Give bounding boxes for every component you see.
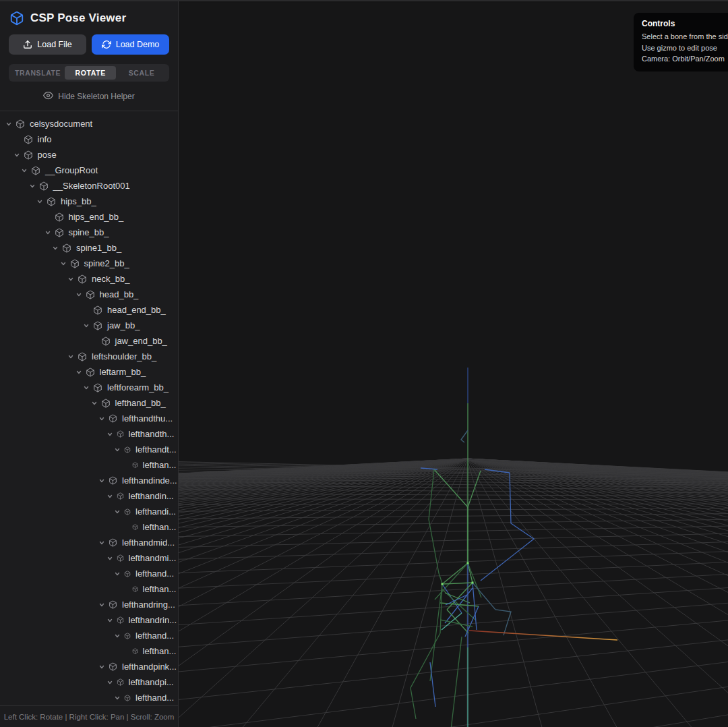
chevron-down-icon[interactable] — [67, 353, 78, 360]
tree-item[interactable]: lefthand... — [0, 628, 178, 643]
chevron-down-icon[interactable] — [107, 679, 117, 686]
chevron-down-icon[interactable] — [98, 415, 109, 422]
tree-item[interactable]: jaw_bb_ — [0, 318, 178, 333]
tree-item-label: lefthandt... — [135, 444, 177, 455]
tree-item[interactable]: neck_bb_ — [0, 271, 178, 287]
tree-item[interactable]: lefthan... — [0, 643, 178, 659]
cube-icon — [117, 616, 124, 624]
tree-item[interactable]: lefthand... — [0, 690, 178, 705]
tree-item-label: lefthand... — [135, 569, 174, 579]
cube-icon — [117, 554, 124, 562]
tree-item[interactable]: __SkeletonRoot001 — [0, 178, 178, 194]
chevron-down-icon[interactable] — [75, 369, 86, 376]
load-file-button[interactable]: Load File — [9, 34, 86, 55]
cube-icon — [55, 228, 64, 237]
tree-item-label: celsysdocument — [30, 119, 92, 129]
chevron-down-icon[interactable] — [98, 664, 109, 670]
tree-item-label: leftshoulder_bb_ — [92, 351, 156, 361]
tree-item[interactable]: lefthan... — [0, 519, 178, 535]
chevron-down-icon[interactable] — [52, 245, 62, 252]
sidebar-header: CSP Pose Viewer — [0, 1, 178, 26]
3d-scene — [179, 3, 728, 727]
tree-item[interactable]: leftforearm_bb_ — [0, 380, 178, 395]
chevron-down-icon[interactable] — [75, 291, 86, 298]
chevron-down-icon[interactable] — [44, 229, 55, 236]
chevron-down-icon[interactable] — [67, 276, 78, 283]
chevron-down-icon[interactable] — [114, 571, 124, 577]
chevron-down-icon[interactable] — [98, 477, 109, 484]
tree-item[interactable]: lefthandrin... — [0, 612, 178, 628]
tree-item[interactable]: lefthandthu... — [0, 411, 178, 426]
cube-icon — [124, 571, 131, 577]
tree-item-label: lefthan... — [143, 460, 177, 470]
tree-item[interactable]: lefthand_bb_ — [0, 395, 178, 411]
chevron-down-icon[interactable] — [107, 555, 117, 562]
tree-item[interactable]: lefthandmi... — [0, 550, 178, 566]
tree-item[interactable]: spine_bb_ — [0, 225, 178, 240]
hide-skeleton-helper-toggle[interactable]: Hide Skeleton Helper — [0, 90, 178, 103]
controls-panel-title: Controls — [642, 19, 728, 28]
viewport-canvas[interactable]: Controls Select a bone from the sidebar … — [179, 3, 728, 727]
controls-hint-select: Select a bone from the sidebar — [642, 31, 728, 42]
chevron-down-icon[interactable] — [13, 152, 24, 158]
tree-item[interactable]: lefthan... — [0, 457, 178, 473]
tree-item-label: hips_bb_ — [61, 196, 96, 206]
tree-item-label: pose — [38, 150, 57, 160]
chevron-down-icon[interactable] — [107, 493, 117, 500]
cube-icon — [93, 306, 102, 315]
tree-item[interactable]: pose — [0, 147, 178, 163]
tree-item-label: lefthandin... — [129, 491, 174, 501]
chevron-down-icon[interactable] — [114, 508, 124, 515]
tree-item[interactable]: lefthan... — [0, 581, 178, 597]
tree-item-label: lefthandinde... — [122, 475, 177, 486]
tree-item[interactable]: celsysdocument — [0, 116, 178, 132]
cube-icon — [70, 259, 80, 268]
tree-item-label: leftforearm_bb_ — [107, 382, 169, 392]
tree-item[interactable]: lefthandinde... — [0, 473, 178, 488]
cube-icon — [62, 243, 71, 253]
chevron-down-icon[interactable] — [36, 198, 47, 205]
chevron-down-icon[interactable] — [114, 446, 124, 453]
tree-item[interactable]: spine2_bb_ — [0, 256, 178, 271]
tree-item[interactable]: head_bb_ — [0, 287, 178, 302]
tree-item[interactable]: lefthandring... — [0, 597, 178, 612]
tree-item[interactable]: lefthandpi... — [0, 674, 178, 690]
tree-item[interactable]: hips_end_bb_ — [0, 209, 178, 225]
tree-item[interactable]: spine1_bb_ — [0, 240, 178, 256]
controls-panel: Controls Select a bone from the sidebar … — [634, 13, 728, 71]
chevron-down-icon[interactable] — [29, 183, 39, 190]
chevron-down-icon[interactable] — [5, 121, 16, 127]
mode-rotate-button[interactable]: ROTATE — [65, 66, 116, 80]
tree-item[interactable]: lefthandpink... — [0, 659, 178, 674]
tree-item[interactable]: __GroupRoot — [0, 163, 178, 178]
tree-item-label: lefthandth... — [129, 429, 175, 439]
chevron-down-icon[interactable] — [83, 384, 93, 391]
chevron-down-icon[interactable] — [60, 260, 70, 267]
tree-item[interactable]: leftarm_bb_ — [0, 364, 178, 380]
chevron-down-icon[interactable] — [98, 540, 109, 546]
cube-icon — [39, 181, 49, 191]
chevron-down-icon[interactable] — [114, 695, 124, 701]
chevron-down-icon[interactable] — [114, 633, 124, 639]
tree-item[interactable]: head_end_bb_ — [0, 302, 178, 318]
tree-item[interactable]: lefthandi... — [0, 504, 178, 519]
chevron-down-icon[interactable] — [98, 602, 109, 608]
tree-item[interactable]: jaw_end_bb_ — [0, 333, 178, 349]
tree-item[interactable]: lefthandin... — [0, 488, 178, 504]
chevron-down-icon[interactable] — [83, 322, 93, 329]
chevron-down-icon[interactable] — [21, 167, 31, 174]
tree-item[interactable]: info — [0, 132, 178, 147]
mode-scale-button[interactable]: SCALE — [116, 66, 167, 80]
tree-item[interactable]: lefthandth... — [0, 426, 178, 442]
chevron-down-icon[interactable] — [91, 400, 101, 407]
tree-item[interactable]: lefthandmid... — [0, 535, 178, 550]
load-demo-button[interactable]: Load Demo — [92, 34, 169, 55]
tree-item[interactable]: lefthandt... — [0, 442, 178, 457]
chevron-down-icon[interactable] — [107, 617, 117, 624]
chevron-down-icon[interactable] — [107, 431, 117, 438]
tree-item[interactable]: lefthand... — [0, 566, 178, 581]
tree-item[interactable]: hips_bb_ — [0, 194, 178, 209]
tree-item-label: neck_bb_ — [92, 274, 129, 284]
tree-item[interactable]: leftshoulder_bb_ — [0, 349, 178, 364]
mode-translate-button[interactable]: TRANSLATE — [11, 66, 65, 80]
